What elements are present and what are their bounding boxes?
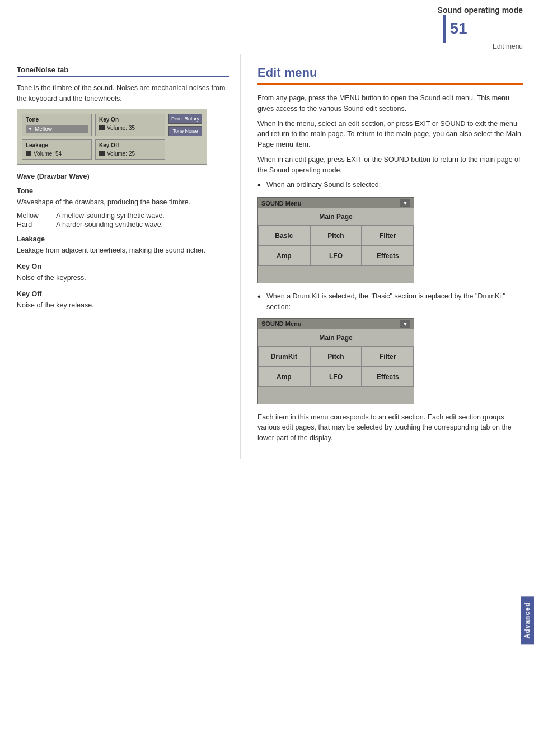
key-off-volume-row: Volume: 25 xyxy=(99,151,161,157)
tone-subheading: Tone xyxy=(17,187,229,195)
sound-menu-2-main-page: Main Page xyxy=(258,329,414,347)
tone-panel-title: Tone xyxy=(26,116,88,123)
tone-description: Waveshape of the drawbars, producing the… xyxy=(17,197,229,208)
edit-para1: From any page, press the MENU button to … xyxy=(257,93,523,114)
tone-noise-heading: Tone/Noise tab xyxy=(17,66,229,77)
sound-menu-2-header: SOUND Menu ▼ xyxy=(258,319,414,329)
header-divider xyxy=(443,15,446,43)
sound-menu-1-header: SOUND Menu ▼ xyxy=(258,198,414,208)
hw-tab-tone-noise[interactable]: Tone Noise xyxy=(168,126,202,136)
sound-menu-2-empty xyxy=(258,387,414,404)
sound-menu-1-grid: Basic Pitch Filter Amp LFO Effects xyxy=(258,226,414,283)
hw-tab-perc-rotary[interactable]: Perc. Rotary xyxy=(168,114,202,124)
sound-menu-2: SOUND Menu ▼ Main Page DrumKit Pitch Fil… xyxy=(257,318,414,404)
hw-right-tabs: Perc. Rotary Tone Noise xyxy=(168,114,202,136)
header-text-block: Sound operating mode 51 Edit menu xyxy=(438,6,523,50)
tone-def-mellow: Mellow A mellow-sounding synthetic wave. xyxy=(17,212,229,220)
sound-menu-2-cell-effects[interactable]: Effects xyxy=(362,367,414,387)
leakage-panel: Leakage Volume: 54 xyxy=(22,139,92,160)
sound-menu-1-cell-pitch[interactable]: Pitch xyxy=(310,226,362,246)
key-off-volume-value: 25 xyxy=(129,151,135,157)
main-layout: Tone/Noise tab Tone is the timbre of the… xyxy=(0,54,534,459)
sound-menu-2-cell-lfo[interactable]: LFO xyxy=(310,367,362,387)
bullet-dot-1: • xyxy=(257,180,266,192)
def-desc-mellow: A mellow-sounding synthetic wave. xyxy=(56,212,229,220)
side-tab-advanced: Advanced xyxy=(521,596,534,644)
key-off-subheading: Key Off xyxy=(17,290,229,298)
key-on-volume-row: Volume: 35 xyxy=(99,125,161,131)
sound-menu-1-main-page: Main Page xyxy=(258,208,414,226)
key-off-title: Key Off xyxy=(99,142,161,148)
key-on-description: Noise of the keypress. xyxy=(17,273,229,283)
leakage-square-icon xyxy=(26,151,31,156)
def-term-hard: Hard xyxy=(17,221,56,228)
hw-mockup: Tone ▼ Mellow Key On Volume: 35 Perc. Ro… xyxy=(17,109,207,165)
header-title: Sound operating mode xyxy=(438,6,523,15)
leakage-title: Leakage xyxy=(26,142,88,148)
key-off-square-icon xyxy=(99,151,105,156)
sound-menu-2-header-label: SOUND Menu xyxy=(261,320,302,327)
sound-menu-1-cell-lfo[interactable]: LFO xyxy=(310,246,362,266)
leakage-volume-label: Volume: xyxy=(34,151,54,157)
edit-menu-heading: Edit menu xyxy=(257,66,523,85)
sound-menu-2-cell-filter[interactable]: Filter xyxy=(362,347,414,367)
sound-menu-1: SOUND Menu ▼ Main Page Basic Pitch Filte… xyxy=(257,197,414,283)
def-desc-hard: A harder-sounding synthetic wave. xyxy=(56,221,229,228)
key-off-panel: Key Off Volume: 25 xyxy=(95,139,165,160)
sound-menu-1-arrow-icon: ▼ xyxy=(400,199,410,207)
key-off-volume-label: Volume: xyxy=(107,151,127,157)
tone-def-hard: Hard A harder-sounding synthetic wave. xyxy=(17,221,229,228)
bullet-row-2: • When a Drum Kit is selected, the "Basi… xyxy=(257,291,523,312)
bullet-row-1: • When an ordinary Sound is selected: xyxy=(257,180,523,192)
sound-menu-2-arrow-icon: ▼ xyxy=(400,320,410,328)
edit-para4: Each item in this menu corresponds to an… xyxy=(257,412,523,444)
sound-menu-1-header-label: SOUND Menu xyxy=(261,200,302,207)
sound-menu-1-cell-filter[interactable]: Filter xyxy=(362,226,414,246)
tone-noise-intro: Tone is the timbre of the sound. Noises … xyxy=(17,83,229,104)
sound-menu-1-cell-effects[interactable]: Effects xyxy=(362,246,414,266)
sound-menu-1-cell-amp[interactable]: Amp xyxy=(258,246,310,266)
def-term-mellow: Mellow xyxy=(17,212,56,220)
bullet-text-2: When a Drum Kit is selected, the "Basic"… xyxy=(266,291,523,312)
key-on-volume-value: 35 xyxy=(129,125,135,131)
key-off-description: Noise of the key release. xyxy=(17,300,229,311)
sound-menu-1-cell-basic[interactable]: Basic xyxy=(258,226,310,246)
key-on-subheading: Key On xyxy=(17,263,229,270)
sound-menu-2-grid: DrumKit Pitch Filter Amp LFO Effects xyxy=(258,347,414,404)
bullet-dot-2: • xyxy=(257,291,266,303)
header-subtitle: Edit menu xyxy=(438,43,523,50)
tone-panel: Tone ▼ Mellow xyxy=(22,114,92,136)
leakage-volume-row: Volume: 54 xyxy=(26,151,88,157)
right-column: Edit menu From any page, press the MENU … xyxy=(241,54,534,459)
leakage-volume-value: 54 xyxy=(55,151,62,157)
key-on-volume-label: Volume: xyxy=(107,125,127,131)
bullet-text-1: When an ordinary Sound is selected: xyxy=(266,180,381,190)
wave-drawbar-heading: Wave (Drawbar Wave) xyxy=(17,172,229,180)
edit-para3: When in an edit page, press EXIT or the … xyxy=(257,155,523,176)
leakage-description: Leakage from adjacent tonewheels, making… xyxy=(17,245,229,256)
key-on-panel: Key On Volume: 35 xyxy=(95,114,165,136)
left-column: Tone/Noise tab Tone is the timbre of the… xyxy=(0,54,241,459)
leakage-subheading: Leakage xyxy=(17,235,229,243)
dropdown-arrow-icon: ▼ xyxy=(28,127,32,132)
sound-menu-2-cell-amp[interactable]: Amp xyxy=(258,367,310,387)
edit-para2: When in the menu, select an edit section… xyxy=(257,119,523,150)
key-on-square-icon xyxy=(99,125,105,130)
tone-dropdown[interactable]: ▼ Mellow xyxy=(26,125,88,133)
header-page-number: 51 xyxy=(450,21,467,36)
page-header: Sound operating mode 51 Edit menu xyxy=(0,0,534,54)
tone-dropdown-value: Mellow xyxy=(35,126,52,132)
sound-menu-2-cell-pitch[interactable]: Pitch xyxy=(310,347,362,367)
key-on-title: Key On xyxy=(99,116,161,123)
sound-menu-2-cell-drumkit[interactable]: DrumKit xyxy=(258,347,310,367)
sound-menu-1-empty xyxy=(258,266,414,283)
